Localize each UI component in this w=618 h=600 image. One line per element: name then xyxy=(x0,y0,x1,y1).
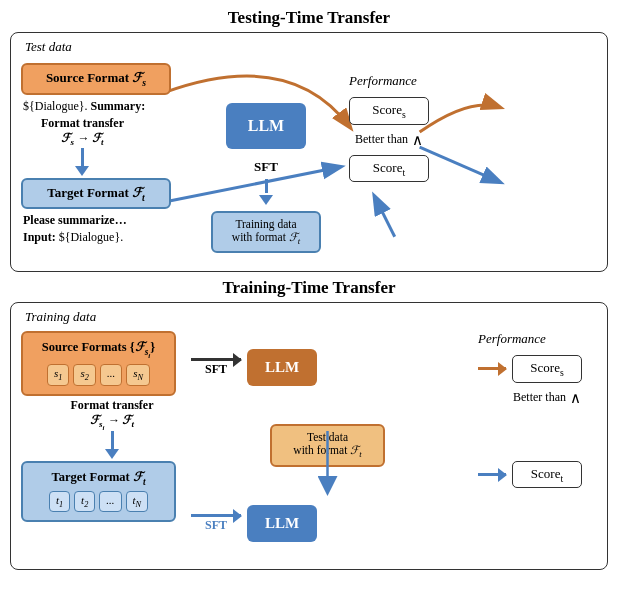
format-item-dots: ... xyxy=(100,364,122,385)
top-panel-label: Test data xyxy=(25,39,72,55)
top-perf-label: Performance xyxy=(349,73,417,89)
format-transfer-label: Format transfer ℱs → ℱt xyxy=(41,116,124,147)
bottom-score-s-box: Scores xyxy=(512,355,582,383)
source-formats-title: Source Formats {ℱsi} xyxy=(31,339,166,359)
sft-label-bottom-top: SFT xyxy=(205,362,227,377)
target-item-tN: tN xyxy=(126,491,149,512)
llm-box-bottom-top: LLM xyxy=(247,349,317,386)
test-data-text: Test datawith format ℱt xyxy=(293,431,361,456)
target-format-title: Target Format ℱt xyxy=(31,469,166,487)
training-box: Training datawith format ℱt xyxy=(211,211,321,253)
top-center-col: LLM SFT Training datawith format ℱt xyxy=(211,103,321,253)
format-transfer-arrow: Format transfer ℱs → ℱt xyxy=(41,116,124,175)
sft-label-top: SFT xyxy=(254,159,278,175)
top-title: Testing-Time Transfer xyxy=(10,8,608,28)
source-format-box: Source Format ℱs xyxy=(21,63,171,95)
bottom-score-t-row: Scoret xyxy=(478,461,582,489)
format-item-s1: s1 xyxy=(47,364,69,385)
target-format-box: Target Format ℱt xyxy=(21,178,171,210)
format-item-s2: s2 xyxy=(73,364,95,385)
bottom-score-t-box: Scoret xyxy=(512,461,582,489)
target-format-label: Target Format ℱt xyxy=(47,185,144,200)
top-caret: ∧ xyxy=(412,131,423,149)
target-item-t1: t1 xyxy=(49,491,70,512)
format-item-sN: sN xyxy=(126,364,150,385)
bottom-score-s-row: Scores xyxy=(478,355,582,383)
main-container: Testing-Time Transfer Test data xyxy=(0,0,618,600)
top-left-col: Source Format ℱs ${Dialogue}. Summary: F… xyxy=(21,63,181,246)
bottom-title: Training-Time Transfer xyxy=(10,278,608,298)
bottom-format-transfer-label: Format transfer ℱsi → ℱt xyxy=(71,398,154,431)
top-flow-row: SFT LLM xyxy=(191,349,464,386)
score-s-box: Scores xyxy=(349,97,429,125)
bottom-right-col: Performance Scores Better than ∧ xyxy=(472,331,597,488)
bottom-left-col: Source Formats {ℱsi} s1 s2 ... sN Format… xyxy=(21,331,183,522)
bottom-flow-row: SFT LLM xyxy=(191,505,464,542)
llm-box-top: LLM xyxy=(226,103,306,149)
training-box-text: Training datawith format ℱt xyxy=(232,218,300,243)
source-format-items: s1 s2 ... sN xyxy=(31,364,166,385)
sft-label-bottom-bottom: SFT xyxy=(205,518,227,533)
bottom-section: Training-Time Transfer Training data Sou… xyxy=(10,278,608,570)
test-data-box: Test datawith format ℱt xyxy=(270,424,385,466)
source-format-label: Source Format ℱs xyxy=(46,70,146,85)
score-t-box: Scoret xyxy=(349,155,429,183)
bottom-caret: ∧ xyxy=(570,389,581,407)
target-text: Please summarize… Input: ${Dialogue}. xyxy=(23,212,127,246)
target-format-items: t1 t2 ... tN xyxy=(31,491,166,512)
top-section: Testing-Time Transfer Test data xyxy=(10,8,608,272)
top-right-col: Performance Scores Better than ∧ Scoret xyxy=(349,73,429,182)
bottom-panel: Training data Source Formats {ℱsi} s1 s2… xyxy=(10,302,608,570)
source-text: ${Dialogue}. Summary: xyxy=(23,98,145,115)
target-format-box-bottom: Target Format ℱt t1 t2 ... tN xyxy=(21,461,176,523)
bottom-format-transfer-arrow: Format transfer ℱsi → ℱt xyxy=(41,398,183,459)
llm-box-bottom-bottom: LLM xyxy=(247,505,317,542)
target-item-t2: t2 xyxy=(74,491,95,512)
bottom-panel-label: Training data xyxy=(25,309,96,325)
bottom-perf-label: Performance xyxy=(478,331,546,347)
top-better-than: Better than ∧ xyxy=(355,131,423,149)
top-panel: Test data xyxy=(10,32,608,272)
source-formats-box: Source Formats {ℱsi} s1 s2 ... sN xyxy=(21,331,176,396)
target-item-dots: ... xyxy=(99,491,121,512)
bottom-better-than: Better than ∧ xyxy=(513,389,581,407)
bottom-middle-col: SFT LLM xyxy=(183,331,472,546)
